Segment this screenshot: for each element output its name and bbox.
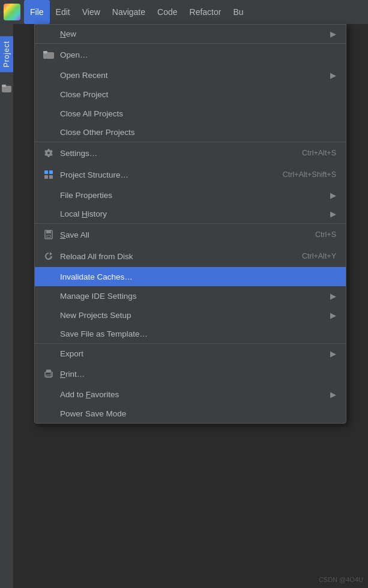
sidebar-project-label[interactable]: Project <box>0 36 13 72</box>
svg-rect-5 <box>49 170 53 174</box>
menu-item-reload-all[interactable]: Reload All from Disk Ctrl+Alt+Y <box>35 245 346 267</box>
menu-refactor[interactable]: Refactor <box>184 0 228 24</box>
close-all-projects-label: Close All Projects <box>60 109 336 118</box>
svg-rect-9 <box>46 230 51 233</box>
new-arrow: ▶ <box>330 29 336 38</box>
open-folder-icon <box>42 48 55 61</box>
svg-rect-6 <box>44 175 48 179</box>
print-icon <box>42 367 55 380</box>
export-label: Export <box>60 349 325 358</box>
menu-item-close-all-projects[interactable]: Close All Projects <box>35 104 346 123</box>
reload-icon <box>42 250 55 263</box>
menu-edit[interactable]: Edit <box>50 0 76 24</box>
menu-item-settings[interactable]: Settings… Ctrl+Alt+S <box>35 142 346 164</box>
menu-navigate[interactable]: Navigate <box>106 0 151 24</box>
svg-rect-4 <box>44 170 48 174</box>
open-label: Open… <box>60 50 336 59</box>
menu-item-save-file-template[interactable]: Save File as Template… <box>35 325 346 344</box>
svg-rect-13 <box>46 370 51 373</box>
new-projects-setup-label: New Projects Setup <box>60 311 325 320</box>
file-menu-dropdown: New ▶ Open… Open Recent ▶ Close Project … <box>34 24 346 424</box>
export-arrow: ▶ <box>330 349 336 358</box>
menubar: File Edit View Navigate Code Refactor Bu <box>0 0 368 24</box>
menu-bu[interactable]: Bu <box>227 0 249 24</box>
svg-rect-10 <box>47 235 50 238</box>
settings-shortcut: Ctrl+Alt+S <box>302 149 336 157</box>
svg-rect-1 <box>2 85 6 87</box>
settings-wrench-icon <box>42 146 55 160</box>
manage-ide-settings-label: Manage IDE Settings <box>60 292 325 301</box>
print-label: Print… <box>60 370 336 379</box>
menu-item-save-all[interactable]: Save All Ctrl+S <box>35 224 346 245</box>
menu-item-invalidate-caches[interactable]: Invalidate Caches… <box>35 267 346 286</box>
power-save-mode-label: Power Save Mode <box>60 409 336 418</box>
save-all-shortcut: Ctrl+S <box>315 230 336 239</box>
menu-item-local-history[interactable]: Local History ▶ <box>35 205 346 224</box>
project-structure-shortcut: Ctrl+Alt+Shift+S <box>283 170 336 179</box>
settings-label: Settings… <box>60 149 290 158</box>
open-recent-arrow: ▶ <box>330 71 336 80</box>
menu-code[interactable]: Code <box>151 0 183 24</box>
save-all-icon <box>42 228 55 241</box>
menu-file[interactable]: File <box>24 0 50 24</box>
project-structure-label: Project Structure… <box>60 170 271 179</box>
new-projects-arrow: ▶ <box>330 311 336 320</box>
add-favorites-arrow: ▶ <box>330 390 336 399</box>
sidebar-folder-icon[interactable] <box>2 84 11 95</box>
local-history-arrow: ▶ <box>330 209 336 218</box>
menu-item-project-structure[interactable]: Project Structure… Ctrl+Alt+Shift+S <box>35 164 346 185</box>
svg-rect-3 <box>43 51 47 53</box>
menu-item-new-projects-setup[interactable]: New Projects Setup ▶ <box>35 305 346 325</box>
menu-item-new[interactable]: New ▶ <box>35 25 346 44</box>
watermark: CSDN @4O4U <box>319 576 363 583</box>
invalidate-caches-label: Invalidate Caches… <box>60 272 336 281</box>
menu-item-open-recent[interactable]: Open Recent ▶ <box>35 65 346 85</box>
menu-item-add-to-favorites[interactable]: Add to Favorites ▶ <box>35 385 346 404</box>
menu-item-manage-ide-settings[interactable]: Manage IDE Settings ▶ <box>35 286 346 305</box>
menu-view[interactable]: View <box>76 0 106 24</box>
local-history-label: Local History <box>60 209 325 218</box>
new-label: New <box>60 29 325 38</box>
menu-item-close-project[interactable]: Close Project <box>35 85 346 104</box>
reload-all-label: Reload All from Disk <box>60 252 290 261</box>
add-to-favorites-label: Add to Favorites <box>60 390 325 399</box>
sidebar: Project <box>0 24 13 588</box>
save-all-label: Save All <box>60 230 303 239</box>
menu-item-export[interactable]: Export ▶ <box>35 344 346 363</box>
menu-item-file-properties[interactable]: File Properties ▶ <box>35 185 346 205</box>
file-properties-arrow: ▶ <box>330 191 336 200</box>
manage-ide-arrow: ▶ <box>330 292 336 301</box>
project-structure-icon <box>42 168 55 181</box>
open-recent-label: Open Recent <box>60 71 325 80</box>
svg-point-15 <box>50 373 52 374</box>
save-file-template-label: Save File as Template… <box>60 329 336 338</box>
menu-item-power-save-mode[interactable]: Power Save Mode <box>35 404 346 423</box>
close-other-projects-label: Close Other Projects <box>60 128 336 137</box>
menu-item-close-other-projects[interactable]: Close Other Projects <box>35 123 346 142</box>
svg-rect-7 <box>49 175 53 179</box>
file-properties-label: File Properties <box>60 191 325 200</box>
reload-all-shortcut: Ctrl+Alt+Y <box>302 252 336 260</box>
svg-marker-11 <box>50 252 52 256</box>
close-project-label: Close Project <box>60 90 336 99</box>
menu-item-print[interactable]: Print… <box>35 363 346 385</box>
menu-item-open[interactable]: Open… <box>35 44 346 65</box>
app-logo <box>2 2 22 22</box>
logo-icon <box>4 4 20 20</box>
